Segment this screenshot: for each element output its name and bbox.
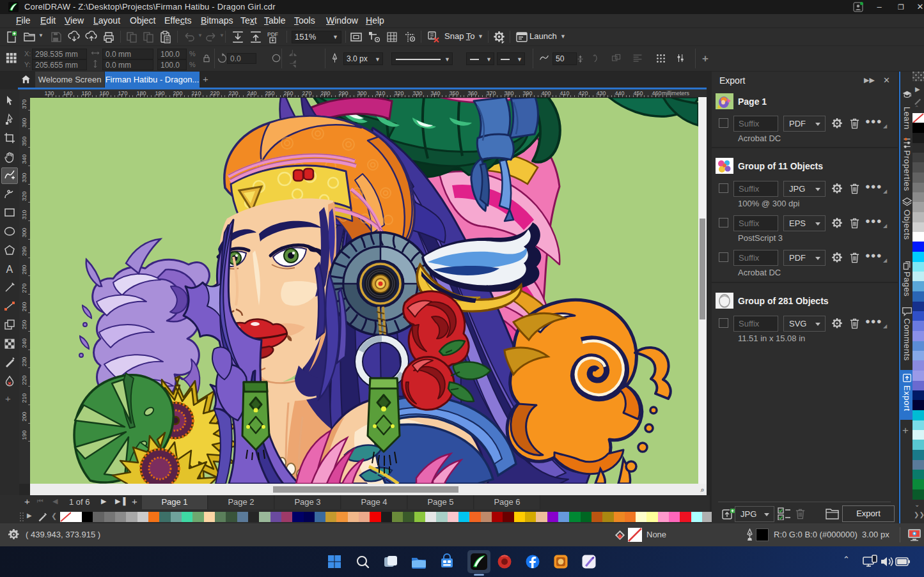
svg-text:PDF: PDF [267,31,278,38]
svg-text:A: A [6,264,13,275]
